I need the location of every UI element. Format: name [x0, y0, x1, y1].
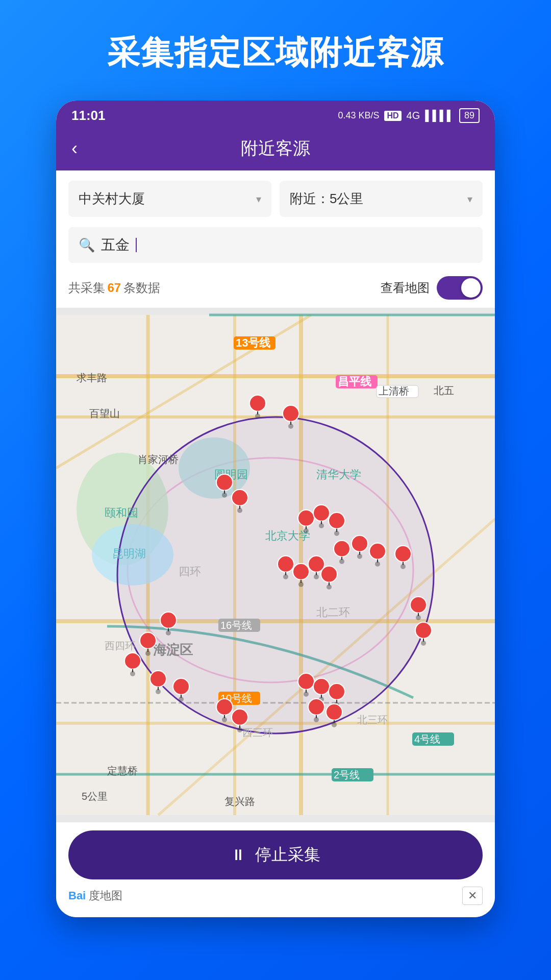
baidu-logo-map: 度地图 — [89, 888, 122, 903]
stats-count: 67 — [107, 281, 121, 295]
svg-point-107 — [150, 671, 166, 687]
svg-point-77 — [352, 535, 368, 552]
svg-point-56 — [283, 405, 299, 422]
search-input-wrap[interactable]: 🔍 五金 — [68, 227, 483, 263]
speed-indicator: 0.43 KB/S — [338, 110, 379, 121]
svg-point-91 — [298, 582, 304, 587]
map-toggle-wrap: 查看地图 — [381, 276, 483, 300]
svg-point-118 — [237, 727, 242, 732]
svg-text:西四环: 西四环 — [105, 640, 135, 651]
svg-text:百望山: 百望山 — [89, 408, 120, 419]
svg-point-130 — [314, 717, 319, 722]
network-icon: 4G — [407, 110, 420, 121]
svg-point-112 — [179, 697, 184, 702]
map-toggle-label: 查看地图 — [381, 280, 430, 296]
svg-point-64 — [237, 508, 242, 513]
svg-point-70 — [319, 523, 324, 528]
stop-collect-button[interactable]: ⏸ 停止采集 — [68, 830, 483, 879]
battery-icon: 89 — [459, 108, 480, 123]
baidu-logo-icon: Bai — [68, 889, 86, 902]
svg-point-133 — [332, 722, 337, 727]
svg-text:求丰路: 求丰路 — [77, 372, 107, 383]
svg-point-71 — [329, 512, 345, 529]
svg-text:昌平线: 昌平线 — [338, 375, 372, 388]
svg-text:海淀区: 海淀区 — [153, 642, 193, 657]
distance-filter-label: 附近：5公里 — [290, 190, 363, 208]
stats-row: 共采集 67 条数据 查看地图 — [56, 271, 495, 308]
svg-text:16号线: 16号线 — [220, 620, 252, 631]
svg-point-62 — [232, 489, 248, 506]
filter-row: 中关村大厦 ▾ 附近：5公里 ▾ — [56, 170, 495, 227]
svg-point-94 — [314, 574, 319, 579]
page-title: 采集指定区域附近客源 — [87, 0, 464, 101]
svg-text:4号线: 4号线 — [414, 733, 440, 745]
svg-text:北五: 北五 — [434, 385, 454, 396]
svg-point-88 — [283, 574, 288, 579]
svg-point-98 — [160, 612, 177, 628]
svg-point-136 — [416, 615, 421, 620]
bottom-footer: Bai 度地图 ✕ — [68, 885, 483, 907]
svg-text:上清桥: 上清桥 — [379, 385, 409, 397]
svg-point-65 — [298, 510, 314, 526]
svg-point-55 — [255, 413, 260, 419]
bottom-bar: ⏸ 停止采集 Bai 度地图 ✕ — [56, 822, 495, 917]
location-filter[interactable]: 中关村大厦 ▾ — [68, 181, 271, 217]
svg-point-97 — [327, 584, 332, 590]
distance-filter-arrow: ▾ — [467, 193, 472, 205]
svg-point-101 — [140, 632, 156, 649]
svg-point-137 — [415, 622, 432, 639]
search-cursor — [136, 238, 137, 252]
search-icon: 🔍 — [79, 237, 95, 253]
svg-text:四环: 四环 — [179, 565, 201, 578]
stats-suffix: 条数据 — [123, 281, 160, 295]
svg-point-110 — [173, 678, 189, 695]
search-value: 五金 — [101, 235, 130, 255]
svg-point-125 — [329, 683, 345, 700]
svg-point-79 — [357, 554, 362, 559]
svg-point-85 — [400, 564, 406, 569]
stop-icon: ⏸ — [231, 846, 246, 864]
svg-point-95 — [321, 566, 337, 582]
svg-point-139 — [421, 641, 426, 646]
distance-filter[interactable]: 附近：5公里 ▾ — [280, 181, 483, 217]
svg-point-82 — [375, 561, 380, 567]
stats-text: 共采集 67 条数据 — [68, 280, 160, 296]
svg-point-76 — [339, 559, 344, 564]
svg-text:肖家河桥: 肖家河桥 — [138, 454, 179, 465]
svg-point-106 — [130, 671, 135, 676]
nav-bar: ‹ 附近客源 — [56, 129, 495, 170]
toggle-knob — [461, 278, 481, 298]
svg-point-122 — [313, 678, 330, 695]
svg-point-68 — [313, 505, 330, 521]
svg-point-80 — [369, 543, 386, 559]
svg-text:2号线: 2号线 — [334, 769, 360, 780]
svg-point-109 — [156, 689, 161, 694]
svg-point-134 — [410, 597, 427, 613]
location-filter-label: 中关村大厦 — [79, 190, 145, 208]
svg-point-73 — [334, 531, 339, 536]
svg-point-61 — [222, 493, 227, 498]
stats-prefix: 共采集 — [68, 281, 105, 295]
status-time: 11:01 — [71, 108, 106, 124]
hd-badge: HD — [384, 111, 401, 121]
svg-text:北三环: 北三环 — [357, 714, 388, 725]
map-svg: 13号线 13号线 昌平线 上清桥 北五 百望山 肖家河桥 圆明园 清华大学 颐… — [56, 308, 495, 822]
map-area[interactable]: 13号线 13号线 昌平线 上清桥 北五 百望山 肖家河桥 圆明园 清华大学 颐… — [56, 308, 495, 822]
map-toggle-switch[interactable] — [437, 276, 483, 300]
svg-text:昆明湖: 昆明湖 — [112, 547, 146, 560]
svg-point-116 — [232, 709, 248, 725]
svg-text:复兴路: 复兴路 — [224, 796, 255, 807]
status-icons: 0.43 KB/S HD 4G ▌▌▌▌ 89 — [338, 108, 480, 123]
back-button[interactable]: ‹ — [71, 138, 78, 159]
close-button[interactable]: ✕ — [462, 887, 483, 905]
stop-label: 停止采集 — [255, 844, 320, 866]
nav-title: 附近客源 — [241, 137, 310, 160]
svg-point-103 — [145, 651, 151, 656]
svg-point-115 — [222, 717, 227, 722]
status-bar: 11:01 0.43 KB/S HD 4G ▌▌▌▌ 89 — [56, 101, 495, 129]
svg-point-121 — [304, 692, 309, 697]
svg-point-67 — [304, 528, 309, 533]
svg-text:西三环: 西三环 — [242, 727, 273, 738]
svg-text:13号线: 13号线 — [236, 336, 271, 349]
location-filter-arrow: ▾ — [256, 193, 261, 205]
